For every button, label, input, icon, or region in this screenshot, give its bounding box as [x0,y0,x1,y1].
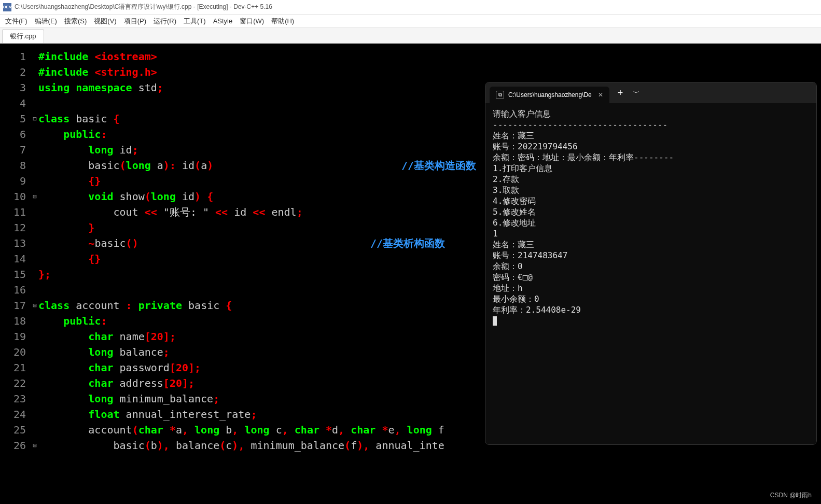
console-tab-title: C:\Users\huangshaozheng\De [508,91,592,99]
window-title: C:\Users\huangshaozheng\Desktop\C语言程序设计\… [15,3,272,11]
tab-bar: 银行.cpp [0,28,821,44]
menu-file[interactable]: 文件(F) [5,17,27,26]
console-window[interactable]: ⧉ C:\Users\huangshaozheng\De ✕ + ﹀ 请输入客户… [485,82,817,445]
console-output[interactable]: 请输入客户信息 --------------------------------… [485,103,816,331]
watermark: CSDN @时雨h [770,491,812,500]
menu-tools[interactable]: 工具(T) [184,17,206,26]
new-tab-button[interactable]: + [618,88,623,99]
file-tab[interactable]: 银行.cpp [2,29,44,43]
menu-astyle[interactable]: AStyle [213,17,233,25]
close-icon[interactable]: ✕ [598,91,603,99]
menu-run[interactable]: 运行(R) [154,17,176,26]
title-bar: DEV C:\Users\huangshaozheng\Desktop\C语言程… [0,0,821,15]
tab-dropdown-icon[interactable]: ﹀ [633,89,639,97]
terminal-icon: ⧉ [496,91,504,99]
console-tab-bar: ⧉ C:\Users\huangshaozheng\De ✕ + ﹀ [485,82,816,103]
app-icon: DEV [3,3,11,11]
menu-project[interactable]: 项目(P) [124,17,146,26]
menu-view[interactable]: 视图(V) [94,17,116,26]
menu-search[interactable]: 搜索(S) [64,17,87,26]
line-gutter: 1234567891011121314151617181920212223242… [0,44,31,504]
menu-window[interactable]: 窗口(W) [240,17,264,26]
fold-column[interactable]: ⊟⊟⊟⊟ [31,44,38,504]
console-tab[interactable]: ⧉ C:\Users\huangshaozheng\De ✕ [490,87,609,103]
menu-edit[interactable]: 编辑(E) [35,17,57,26]
menu-bar: 文件(F) 编辑(E) 搜索(S) 视图(V) 项目(P) 运行(R) 工具(T… [0,15,821,28]
menu-help[interactable]: 帮助(H) [271,17,294,26]
cursor [493,316,497,326]
